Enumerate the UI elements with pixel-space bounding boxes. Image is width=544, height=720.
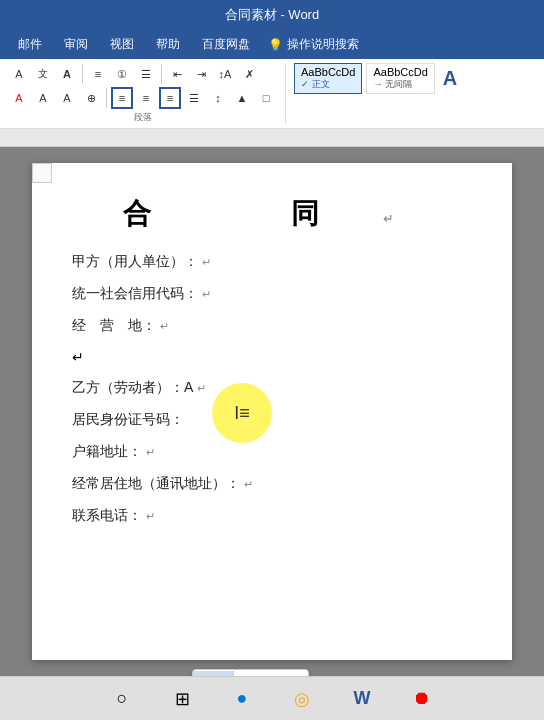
line-phone: 联系电话： ↵ — [72, 507, 472, 525]
align-right-btn[interactable]: ≡ — [159, 87, 181, 109]
tab-baidu[interactable]: 百度网盘 — [192, 30, 260, 59]
char-popup-toolbar: 1 A ‹ › ☺ — [192, 669, 309, 676]
char-border-btn[interactable]: A — [56, 87, 78, 109]
ruler — [0, 129, 544, 147]
bullets-btn[interactable]: ≡ — [87, 63, 109, 85]
line-residence: 经常居住地（通讯地址）： ↵ — [72, 475, 472, 493]
document-area: 合 同 ↵ 甲方（用人单位）： ↵ 统一社会信用代码： ↵ 经 营 地： ↵ ↵… — [0, 147, 544, 676]
line-location-text: 经 营 地： — [72, 317, 156, 335]
list-btn[interactable]: ☰ — [135, 63, 157, 85]
line-hukou-text: 户籍地址： — [72, 443, 142, 461]
font-wen-btn[interactable]: 文 — [32, 63, 54, 85]
cursor-icon: I≡ — [234, 403, 250, 424]
style-no-spacing[interactable]: AaBbCcDd → 无间隔 — [366, 63, 434, 94]
font-big-btn[interactable]: A — [56, 63, 78, 85]
font-a-btn[interactable]: A — [8, 63, 30, 85]
highlight-btn[interactable]: ▲ — [231, 87, 253, 109]
document-title: 合 同 ↵ — [72, 195, 472, 233]
line-party-b-return: ↵ — [197, 382, 206, 395]
indent-right-btn[interactable]: ⇥ — [190, 63, 212, 85]
taskbar-word-btn[interactable]: W — [348, 685, 376, 713]
title-text: 合 同 — [123, 198, 347, 229]
tab-mail[interactable]: 邮件 — [8, 30, 52, 59]
styles-section: AaBbCcDd ✓ 正文 AaBbCcDd → 无间隔 A — [294, 63, 461, 94]
line-phone-text: 联系电话： — [72, 507, 142, 525]
align-center-btn[interactable]: ≡ — [135, 87, 157, 109]
line-credit-code-return: ↵ — [202, 288, 211, 301]
line-party-b[interactable]: 乙方（劳动者）：A ↵ — [72, 379, 472, 397]
popup-prev-btn[interactable]: ‹ — [234, 670, 255, 676]
line-id-text: 居民身份证号码： — [72, 411, 184, 429]
char-shade-btn[interactable]: A — [32, 87, 54, 109]
line-hukou-return: ↵ — [146, 446, 155, 459]
border-btn[interactable]: □ — [255, 87, 277, 109]
popup-emoji-btn[interactable]: ☺ — [275, 671, 308, 677]
search-label: 操作说明搜索 — [287, 36, 359, 53]
tab-view[interactable]: 视图 — [100, 30, 144, 59]
ribbon-row-1: A 文 A ≡ ① ☰ ⇤ ⇥ ↕A ✗ — [8, 63, 277, 85]
popup-char-1a[interactable]: 1 A — [193, 671, 234, 677]
ribbon-tabs: 邮件 审阅 视图 帮助 百度网盘 💡 操作说明搜索 — [0, 30, 544, 59]
line-location-return: ↵ — [160, 320, 169, 333]
sort-btn[interactable]: ↕A — [214, 63, 236, 85]
line-location: 经 营 地： ↵ — [72, 317, 472, 335]
line-party-b-text: 乙方（劳动者）：A — [72, 379, 193, 397]
ribbon-content: A 文 A ≡ ① ☰ ⇤ ⇥ ↕A ✗ A A A ⊕ ≡ ≡ ≡ ☰ ↕ ▲… — [0, 59, 544, 129]
line-party-a-text: 甲方（用人单位）： — [72, 253, 198, 271]
ribbon-row-2: A A A ⊕ ≡ ≡ ≡ ☰ ↕ ▲ □ — [8, 87, 277, 109]
style-large-a[interactable]: A — [439, 67, 461, 90]
subscript-btn[interactable]: ⊕ — [80, 87, 102, 109]
line-phone-return: ↵ — [146, 510, 155, 523]
lightbulb-icon: 💡 — [268, 38, 283, 52]
taskbar-home-btn[interactable]: ○ — [108, 685, 136, 713]
ribbon: 邮件 审阅 视图 帮助 百度网盘 💡 操作说明搜索 — [0, 30, 544, 59]
indent-left-btn[interactable]: ⇤ — [166, 63, 188, 85]
taskbar-browser-btn[interactable]: ● — [228, 685, 256, 713]
numbering-btn[interactable]: ① — [111, 63, 133, 85]
line-party-a-return: ↵ — [202, 256, 211, 269]
blank-line: ↵ — [72, 349, 472, 365]
page: 合 同 ↵ 甲方（用人单位）： ↵ 统一社会信用代码： ↵ 经 营 地： ↵ ↵… — [32, 163, 512, 660]
taskbar-files-btn[interactable]: ◎ — [288, 685, 316, 713]
line-id: 居民身份证号码： 1 A ‹ › ☺ — [72, 411, 472, 429]
title-return: ↵ — [383, 212, 421, 226]
line-party-a: 甲方（用人单位）： ↵ — [72, 253, 472, 271]
title-text: 合同素材 - Word — [225, 7, 319, 22]
tab-review[interactable]: 审阅 — [54, 30, 98, 59]
title-bar: 合同素材 - Word — [0, 0, 544, 30]
align-justify-btn[interactable]: ☰ — [183, 87, 205, 109]
clear-format-btn[interactable]: ✗ — [238, 63, 260, 85]
align-left-btn[interactable]: ≡ — [111, 87, 133, 109]
line-credit-code: 统一社会信用代码： ↵ — [72, 285, 472, 303]
taskbar-overview-btn[interactable]: ⊞ — [168, 685, 196, 713]
line-spacing-btn[interactable]: ↕ — [207, 87, 229, 109]
tab-search[interactable]: 💡 操作说明搜索 — [262, 30, 365, 59]
line-residence-text: 经常居住地（通讯地址）： — [72, 475, 240, 493]
tab-help[interactable]: 帮助 — [146, 30, 190, 59]
font-color-btn[interactable]: A — [8, 87, 30, 109]
taskbar-record-btn[interactable]: ⏺ — [408, 685, 436, 713]
line-residence-return: ↵ — [244, 478, 253, 491]
cursor-highlight: I≡ — [212, 383, 272, 443]
page-corner — [32, 163, 52, 183]
style-normal[interactable]: AaBbCcDd ✓ 正文 — [294, 63, 362, 94]
line-credit-code-text: 统一社会信用代码： — [72, 285, 198, 303]
blank-return: ↵ — [72, 349, 84, 365]
paragraph-label: 段落 — [8, 111, 277, 124]
line-hukou: 户籍地址： ↵ — [72, 443, 472, 461]
taskbar: ○ ⊞ ● ◎ W ⏺ — [0, 676, 544, 720]
popup-next-btn[interactable]: › — [254, 670, 275, 676]
